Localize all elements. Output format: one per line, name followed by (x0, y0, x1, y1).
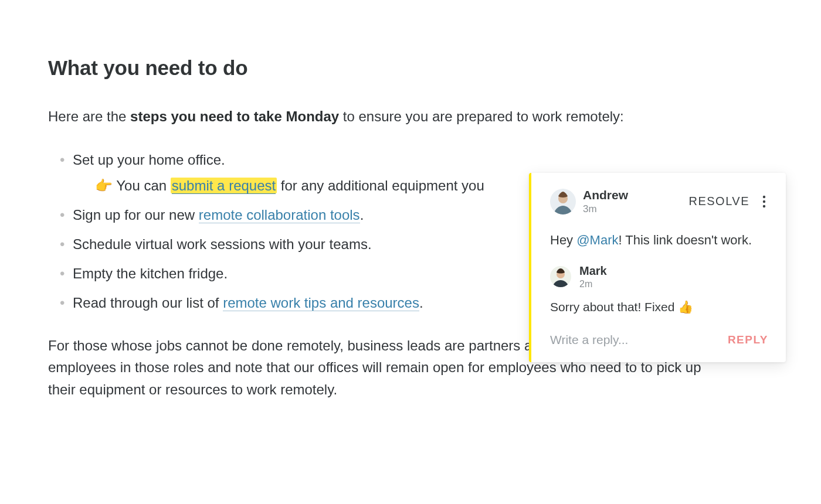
intro-after: to ensure you are prepared to work remot… (339, 108, 624, 124)
remote-tools-link[interactable]: remote collaboration tools (199, 207, 360, 223)
list-text: Schedule virtual work sessions with your… (73, 236, 372, 252)
comment-text-pre: Hey (550, 233, 576, 247)
svg-point-4 (763, 205, 765, 207)
author-time: 3m (583, 203, 628, 215)
intro-paragraph: Here are the steps you need to take Mond… (48, 105, 704, 127)
comment-header: Andrew 3m RESOLVE (550, 188, 768, 215)
reply-header: Mark 2m (550, 264, 768, 290)
reply-button[interactable]: REPLY (728, 333, 768, 346)
point-right-icon: 👉 (95, 175, 113, 196)
reply-text: Sorry about that! Fixed (550, 300, 678, 314)
comment-actions: RESOLVE (689, 193, 769, 210)
avatar (550, 189, 576, 214)
list-post: . (360, 207, 364, 223)
reply-author-name: Mark (579, 264, 607, 278)
intro-before: Here are the (48, 108, 130, 124)
subline-post: for any additional equipment you (277, 178, 484, 193)
author-block: Andrew 3m (583, 188, 628, 215)
reply-body: Sorry about that! Fixed 👍 (550, 298, 768, 316)
reply-bar: REPLY (531, 319, 786, 362)
comment-reply: Mark 2m Sorry about that! Fixed 👍 (531, 256, 786, 319)
more-button[interactable] (760, 193, 768, 210)
thumbs-up-icon: 👍 (678, 300, 693, 314)
subline-pre: You can (113, 178, 171, 193)
intro-bold: steps you need to take Monday (130, 108, 339, 124)
remote-tips-link[interactable]: remote work tips and resources (223, 295, 419, 311)
highlighted-link: submit a request (171, 178, 277, 193)
comment-text-post: ! This link doesn't work. (618, 233, 752, 247)
comment-thread-root: Andrew 3m RESOLVE Hey @Mark! This link d… (531, 173, 786, 256)
list-pre: Sign up for our new (73, 207, 199, 223)
svg-point-2 (763, 196, 765, 198)
reply-author-time: 2m (579, 279, 607, 290)
resolve-button[interactable]: RESOLVE (689, 195, 750, 208)
reply-input[interactable] (550, 333, 722, 347)
list-pre: Read through our list of (73, 295, 223, 311)
author-block: Mark 2m (579, 264, 607, 290)
page-title: What you need to do (48, 56, 704, 80)
avatar (550, 266, 571, 287)
comment-body: Hey @Mark! This link doesn't work. (550, 230, 768, 250)
mention[interactable]: @Mark (576, 233, 618, 247)
more-vertical-icon (762, 195, 766, 208)
list-post: . (419, 295, 423, 311)
list-text: Empty the kitchen fridge. (73, 265, 228, 281)
author-name: Andrew (583, 188, 628, 202)
submit-request-link[interactable]: submit a request (172, 178, 276, 194)
svg-point-3 (763, 200, 765, 203)
comment-panel: Andrew 3m RESOLVE Hey @Mark! This link d… (529, 173, 786, 362)
list-text: Set up your home office. (73, 152, 225, 168)
